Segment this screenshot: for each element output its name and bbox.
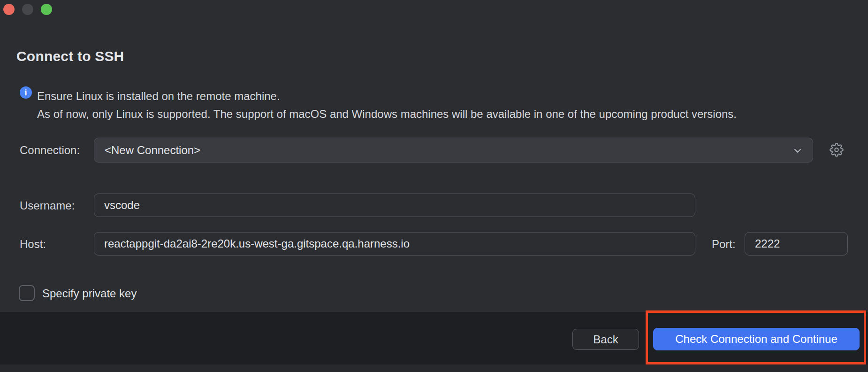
- specify-private-key-label[interactable]: Specify private key: [42, 287, 137, 300]
- connection-label: Connection:: [20, 144, 80, 157]
- connection-dropdown[interactable]: <New Connection>: [94, 138, 813, 163]
- connection-dropdown-value: <New Connection>: [105, 144, 200, 157]
- window-controls: [3, 4, 52, 15]
- info-line-1: Ensure Linux is installed on the remote …: [37, 87, 737, 105]
- host-label: Host:: [20, 238, 46, 251]
- window-bottom-edge: [0, 364, 868, 372]
- info-note: Ensure Linux is installed on the remote …: [37, 87, 737, 123]
- connect-to-ssh-dialog: { "window": { "traffic_lights": ["close"…: [0, 0, 868, 372]
- port-label: Port:: [712, 238, 736, 251]
- chevron-down-icon: [792, 145, 803, 156]
- username-input[interactable]: [94, 194, 695, 217]
- minimize-window-button[interactable]: [22, 4, 33, 15]
- specify-private-key-checkbox[interactable]: [19, 285, 35, 301]
- info-line-2: As of now, only Linux is supported. The …: [37, 105, 737, 123]
- gear-icon[interactable]: [830, 143, 844, 157]
- host-input[interactable]: [94, 232, 695, 256]
- back-button[interactable]: Back: [572, 329, 639, 350]
- username-label: Username:: [20, 199, 75, 212]
- check-connection-and-continue-button[interactable]: Check Connection and Continue: [653, 328, 860, 350]
- info-icon: i: [20, 86, 32, 99]
- page-title: Connect to SSH: [16, 48, 124, 64]
- port-input[interactable]: [745, 232, 848, 256]
- close-window-button[interactable]: [3, 4, 15, 15]
- zoom-window-button[interactable]: [41, 4, 52, 15]
